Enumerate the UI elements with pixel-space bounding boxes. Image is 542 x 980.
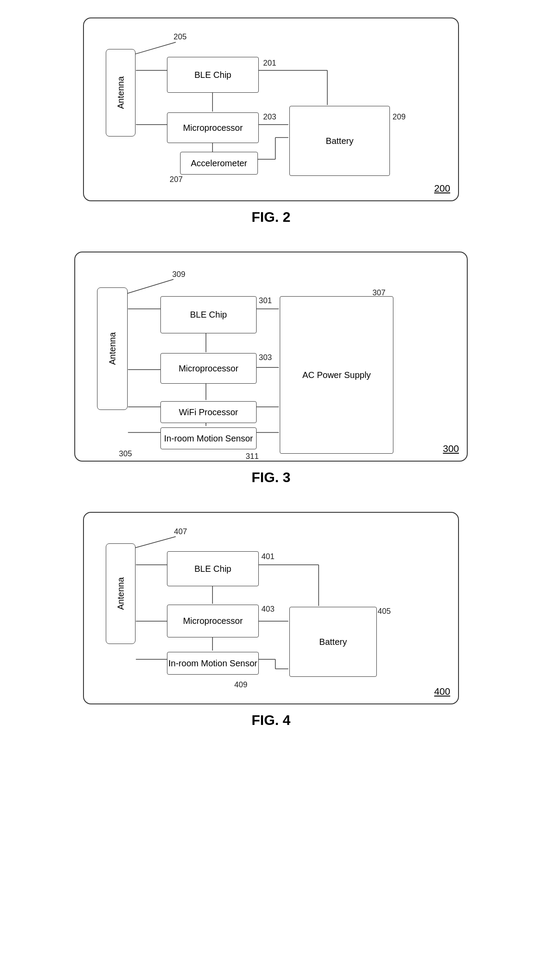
fig2-accelerometer: Accelerometer [180, 152, 258, 175]
fig3-ac-power: AC Power Supply [280, 296, 393, 454]
fig4-microprocessor: Microprocessor [167, 605, 259, 637]
fig2-battery: Battery [289, 106, 390, 176]
ref209: 209 [393, 112, 406, 122]
ref205: 205 [174, 32, 187, 42]
fig3-label: FIG. 3 [252, 469, 291, 486]
ref203: 203 [263, 112, 276, 122]
page-container: Antenna BLE Chip Microprocessor Accelero… [0, 0, 542, 746]
fig3-diagram: Antenna BLE Chip Microprocessor WiFi Pro… [74, 252, 468, 462]
fig2-label: FIG. 2 [252, 209, 291, 225]
ref403: 403 [261, 605, 274, 614]
ref303: 303 [259, 353, 272, 362]
ref201: 201 [263, 59, 276, 68]
fig4-diagram: Antenna BLE Chip Microprocessor In-room … [83, 512, 459, 704]
fig3-microprocessor: Microprocessor [160, 353, 257, 384]
fig4-label: FIG. 4 [252, 712, 291, 728]
figure-4-section: Antenna BLE Chip Microprocessor In-room … [35, 512, 507, 728]
ref207: 207 [170, 175, 183, 184]
ref307: 307 [372, 288, 386, 298]
figure-3-section: Antenna BLE Chip Microprocessor WiFi Pro… [35, 252, 507, 486]
figure-2-section: Antenna BLE Chip Microprocessor Accelero… [35, 18, 507, 225]
fig2-diagram: Antenna BLE Chip Microprocessor Accelero… [83, 18, 459, 201]
fig4-battery: Battery [289, 607, 377, 677]
fig2-microprocessor: Microprocessor [167, 112, 259, 143]
ref401: 401 [261, 552, 274, 561]
fig3-ref-main: 300 [443, 443, 459, 455]
ref407: 407 [174, 527, 187, 536]
fig2-ref-main: 200 [434, 183, 450, 194]
ref301: 301 [259, 296, 272, 305]
ref309: 309 [172, 270, 185, 279]
fig3-ble-chip: BLE Chip [160, 296, 257, 333]
ref305: 305 [119, 449, 132, 458]
fig3-motion-sensor: In-room Motion Sensor [160, 427, 257, 449]
fig4-antenna: Antenna [106, 543, 136, 644]
ref311: 311 [246, 452, 259, 461]
fig4-ble-chip: BLE Chip [167, 551, 259, 586]
fig4-motion-sensor: In-room Motion Sensor [167, 652, 259, 675]
ref409: 409 [234, 680, 247, 690]
ref405: 405 [378, 607, 391, 616]
fig4-ref-main: 400 [434, 686, 450, 697]
fig3-antenna: Antenna [97, 287, 128, 410]
fig2-antenna: Antenna [106, 49, 136, 136]
fig3-wifi: WiFi Processor [160, 401, 257, 423]
fig2-ble-chip: BLE Chip [167, 57, 259, 93]
